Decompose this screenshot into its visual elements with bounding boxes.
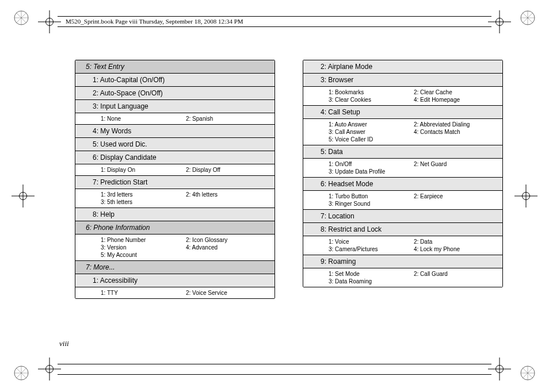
- menu-subitem: 3: Camera/Pictures: [329, 245, 414, 253]
- menu-subitems: 1: TTY2: Voice Service: [75, 287, 274, 298]
- menu-subitem: 2: Data: [414, 238, 499, 245]
- menu-subitems: 1: Turbo Button2: Earpiece3: Ringer Soun…: [303, 190, 502, 209]
- cropmark-icon: [514, 185, 537, 207]
- menu-item: 5: Data: [303, 145, 502, 158]
- menu-subitems: 1: Phone Number2: Icon Glossary3: Versio…: [75, 234, 274, 260]
- menu-item: 5: Used word Dic.: [75, 137, 274, 151]
- menu-subitem: 3: Ringer Sound: [329, 200, 414, 207]
- menu-subitem: 3: Data Roaming: [329, 278, 414, 285]
- menu-subitems: 1: On/Off2: Net Guard3: Update Data Prof…: [303, 158, 502, 177]
- menu-subitem: 1: TTY: [101, 289, 186, 297]
- menu-subitem: 4: Lock my Phone: [414, 245, 499, 253]
- menu-item: 2: Auto-Space (On/Off): [75, 86, 274, 99]
- header-text: M520_Sprint.book Page viii Thursday, Sep…: [66, 18, 243, 25]
- menu-subitem: 3: Version: [101, 244, 186, 251]
- menu-subitem: 1: 3rd letters: [101, 191, 186, 198]
- menu-subitems: 1: Voice2: Data3: Camera/Pictures4: Lock…: [303, 236, 502, 255]
- cropmark-icon: [38, 10, 61, 33]
- menu-subitem: 3: Update Data Profile: [329, 168, 414, 175]
- menu-item: 1: Auto-Capital (On/Off): [75, 73, 274, 86]
- menu-subitem: 2: Abbreviated Dialing: [414, 121, 499, 128]
- footer-rule: [58, 374, 491, 375]
- menu-item: 3: Browser: [303, 73, 502, 86]
- menu-subitem: 2: Clear Cache: [414, 89, 499, 96]
- menu-subitem: 2: Icon Glossary: [186, 236, 271, 244]
- menu-subitem: 1: Auto Answer: [329, 121, 414, 128]
- menu-column-right: 2: Airplane Mode3: Browser1: Bookmarks2:…: [303, 60, 503, 287]
- footer-rule: [58, 364, 491, 364]
- cropmark-icon: [488, 10, 511, 33]
- menu-item: 7: Location: [303, 209, 502, 222]
- menu-subitems: 1: None2: Spanish: [75, 113, 274, 124]
- menu-subitem: 1: Bookmarks: [329, 89, 414, 96]
- menu-heading: 5: Text Entry: [75, 60, 274, 73]
- regmark-icon: [14, 366, 29, 381]
- menu-subitem: 2: Spanish: [186, 115, 271, 122]
- menu-item: 4: My Words: [75, 124, 274, 137]
- menu-subitems: 1: Set Mode2: Call Guard3: Data Roaming: [303, 268, 502, 287]
- regmark-icon: [520, 366, 535, 381]
- menu-item: 8: Restrict and Lock: [303, 222, 502, 236]
- menu-column-left: 5: Text Entry1: Auto-Capital (On/Off)2: …: [75, 60, 275, 299]
- menu-subitem: 2: Display Off: [186, 166, 271, 174]
- menu-subitems: 1: Display On2: Display Off: [75, 164, 274, 175]
- menu-subitem: 2: Net Guard: [414, 160, 499, 168]
- menu-subitems: 1: Bookmarks2: Clear Cache3: Clear Cooki…: [303, 86, 502, 105]
- menu-item: 6: Headset Mode: [303, 177, 502, 190]
- regmark-icon: [14, 10, 29, 25]
- cropmark-icon: [488, 358, 511, 381]
- menu-subitem: 1: Turbo Button: [329, 193, 414, 200]
- menu-subitem: 5: Voice Caller ID: [329, 136, 414, 143]
- menu-subitem: 4: Contacts Match: [414, 128, 499, 136]
- menu-item: 6: Display Candidate: [75, 151, 274, 164]
- menu-item: 3: Input Language: [75, 99, 274, 113]
- menu-subitems: 1: Auto Answer2: Abbreviated Dialing3: C…: [303, 118, 502, 145]
- header-rule: [58, 26, 491, 27]
- page-content: 5: Text Entry1: Auto-Capital (On/Off)2: …: [75, 60, 503, 340]
- cropmark-icon: [38, 358, 61, 381]
- menu-subitem: 3: 5th letters: [101, 198, 186, 206]
- page-number: viii: [59, 339, 69, 348]
- menu-subitem: 2: 4th letters: [186, 191, 271, 198]
- menu-item: 7: Prediction Start: [75, 175, 274, 189]
- menu-subitem: 5: My Account: [101, 251, 186, 259]
- menu-subitem: 1: Voice: [329, 238, 414, 245]
- menu-subitem: 2: Voice Service: [186, 289, 271, 297]
- menu-subitem: 1: Set Mode: [329, 270, 414, 278]
- menu-subitem: 4: Advanced: [186, 244, 271, 251]
- cropmark-icon: [12, 185, 35, 207]
- menu-subitem: 4: Edit Homepage: [414, 96, 499, 103]
- menu-subitem: 1: None: [101, 115, 186, 122]
- menu-subitem: 1: Display On: [101, 166, 186, 174]
- menu-subitem: 1: Phone Number: [101, 236, 186, 244]
- regmark-icon: [520, 10, 535, 25]
- menu-subitem: 2: Call Guard: [414, 270, 499, 278]
- header-rule: [58, 16, 491, 17]
- menu-item: 9: Roaming: [303, 255, 502, 268]
- menu-item: 4: Call Setup: [303, 105, 502, 118]
- menu-item: 8: Help: [75, 207, 274, 221]
- menu-subitem: 2: Earpiece: [414, 193, 499, 200]
- menu-subitem: 1: On/Off: [329, 160, 414, 168]
- menu-subitem: 3: Clear Cookies: [329, 96, 414, 103]
- menu-item: 1: Accessibility: [75, 274, 274, 287]
- menu-heading: 6: Phone Information: [75, 221, 274, 234]
- menu-item: 2: Airplane Mode: [303, 60, 502, 73]
- menu-subitems: 1: 3rd letters2: 4th letters3: 5th lette…: [75, 189, 274, 207]
- menu-subitem: 3: Call Answer: [329, 128, 414, 136]
- menu-heading: 7: More...: [75, 260, 274, 274]
